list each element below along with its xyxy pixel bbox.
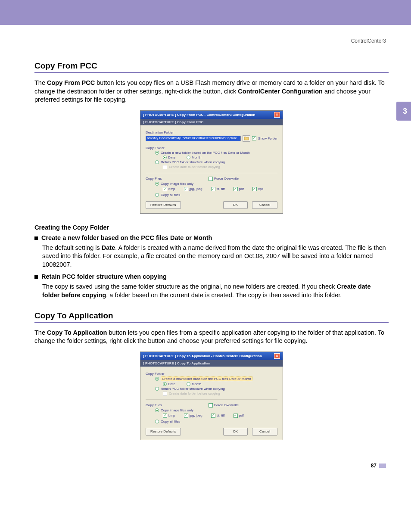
dialog-subtitle: [ PHOTOCAPTURE ] Copy From PCC bbox=[140, 119, 283, 125]
radio-date[interactable] bbox=[163, 382, 167, 386]
checkbox-tif[interactable] bbox=[211, 187, 215, 191]
bullet-2: Retain PCC folder structure when copying bbox=[34, 273, 389, 280]
dialog-title: [ PHOTOCAPTURE ] Copy From PCC - Control… bbox=[143, 113, 255, 117]
checkbox-create-date-label: Create date folder before copying bbox=[169, 392, 220, 395]
label-jpg: jpg, jpeg bbox=[190, 187, 202, 191]
page-number-value: 87 bbox=[371, 463, 377, 469]
label-tif: tif, tiff bbox=[217, 187, 225, 191]
radio-retain[interactable] bbox=[155, 387, 159, 391]
browse-folder-button[interactable] bbox=[243, 135, 250, 142]
checkbox-pdf[interactable] bbox=[234, 187, 238, 191]
force-overwrite-label: Force Overwrite bbox=[214, 177, 239, 180]
checkbox-tif[interactable] bbox=[211, 414, 215, 418]
radio-new-folder[interactable] bbox=[155, 377, 159, 381]
chapter-tab: 3 bbox=[396, 102, 411, 121]
bullet-2-text: Retain PCC folder structure when copying bbox=[41, 273, 167, 280]
radio-copy-image-only-label: Copy image files only bbox=[161, 408, 193, 412]
destination-folder-label: Destination Folder bbox=[146, 131, 277, 134]
checkbox-xps[interactable] bbox=[252, 187, 257, 191]
radio-copy-image-only-label: Copy image files only bbox=[161, 182, 193, 186]
show-folder-checkbox[interactable] bbox=[252, 136, 256, 140]
bold: Copy To Application bbox=[47, 329, 107, 336]
close-icon[interactable]: × bbox=[274, 112, 280, 118]
label-bmp: bmp bbox=[168, 414, 175, 417]
dialog-titlebar: [ PHOTOCAPTURE ] Copy To Application - C… bbox=[140, 352, 283, 360]
dialog-subtitle: [ PHOTOCAPTURE ] Copy To Application bbox=[140, 360, 283, 367]
checkbox-create-date bbox=[163, 165, 167, 169]
radio-copy-all[interactable] bbox=[155, 193, 159, 197]
copy-folder-label: Copy Folder bbox=[146, 372, 277, 376]
dialog-copy-from-pcc: [ PHOTOCAPTURE ] Copy From PCC - Control… bbox=[140, 110, 283, 214]
copy-files-label: Copy Files bbox=[146, 177, 162, 180]
copy-folder-label: Copy Folder bbox=[146, 146, 277, 150]
radio-retain-label: Retain PCC folder structure when copying bbox=[161, 160, 225, 164]
label-jpg: jpg, jpeg bbox=[190, 414, 202, 417]
top-bar bbox=[0, 0, 411, 25]
bullet-2-body: The copy is saved using the same folder … bbox=[42, 283, 389, 299]
section2-paragraph: The Copy To Application button lets you … bbox=[34, 329, 389, 345]
radio-retain[interactable] bbox=[155, 160, 159, 164]
radio-month-label: Month bbox=[192, 382, 201, 386]
radio-new-folder[interactable] bbox=[155, 151, 159, 155]
text: , a folder based on the current date is … bbox=[106, 292, 342, 299]
dialog-title: [ PHOTOCAPTURE ] Copy To Application - C… bbox=[143, 354, 262, 358]
label-xps: xps bbox=[258, 187, 263, 191]
text: The bbox=[34, 79, 47, 86]
bullet-1: Create a new folder based on the PCC fil… bbox=[34, 234, 389, 241]
checkbox-force-overwrite[interactable] bbox=[209, 177, 213, 181]
checkbox-force-overwrite[interactable] bbox=[209, 403, 213, 408]
checkbox-create-date bbox=[163, 392, 167, 396]
section-title-copy-from-pcc: Copy From PCC bbox=[34, 61, 389, 73]
radio-retain-label: Retain PCC folder structure when copying bbox=[161, 387, 225, 391]
text: The copy is saved using the same folder … bbox=[42, 283, 336, 290]
restore-defaults-button[interactable]: Restore Defaults bbox=[146, 201, 181, 209]
label-tif: tif, tiff bbox=[217, 414, 225, 417]
bold: ControlCenter Configuration bbox=[238, 88, 323, 95]
radio-month[interactable] bbox=[187, 382, 190, 386]
radio-date-label: Date bbox=[168, 156, 175, 159]
radio-month[interactable] bbox=[187, 156, 190, 159]
checkbox-jpg[interactable] bbox=[184, 187, 188, 191]
checkbox-jpg[interactable] bbox=[184, 414, 188, 418]
copy-files-label: Copy Files bbox=[146, 403, 162, 407]
section-title-copy-to-application: Copy To Application bbox=[34, 311, 389, 323]
ok-button[interactable]: OK bbox=[223, 201, 248, 209]
radio-copy-all-label: Copy all files bbox=[161, 193, 180, 197]
page-number-bar bbox=[379, 464, 386, 468]
radio-copy-all[interactable] bbox=[155, 420, 159, 423]
page-number: 87 bbox=[34, 463, 386, 469]
bullet-1-text: Create a new folder based on the PCC fil… bbox=[41, 234, 212, 241]
radio-date-label: Date bbox=[168, 382, 175, 386]
label-bmp: bmp bbox=[168, 187, 175, 191]
ok-button[interactable]: OK bbox=[223, 428, 248, 436]
square-bullet-icon bbox=[34, 236, 38, 240]
cancel-button[interactable]: Cancel bbox=[252, 201, 277, 209]
text: The default setting is bbox=[42, 244, 102, 251]
dialog-titlebar: [ PHOTOCAPTURE ] Copy From PCC - Control… bbox=[140, 111, 283, 119]
cancel-button[interactable]: Cancel bbox=[252, 428, 277, 436]
checkbox-bmp[interactable] bbox=[163, 187, 167, 191]
restore-defaults-button[interactable]: Restore Defaults bbox=[146, 428, 181, 436]
bold: Date bbox=[102, 244, 115, 251]
bold: Copy From PCC bbox=[47, 79, 95, 86]
checkbox-bmp[interactable] bbox=[163, 414, 167, 418]
radio-copy-image-only[interactable] bbox=[155, 182, 159, 186]
checkbox-create-date-label: Create date folder before copying bbox=[169, 165, 220, 169]
show-folder-label: Show Folder bbox=[258, 137, 277, 140]
header-label: ControlCenter3 bbox=[34, 38, 386, 44]
bullet-1-body: The default setting is Date. A folder is… bbox=[42, 244, 389, 269]
radio-date[interactable] bbox=[163, 156, 167, 159]
creating-copy-folder-heading: Creating the Copy Folder bbox=[34, 224, 389, 231]
force-overwrite-label: Force Overwrite bbox=[214, 403, 239, 407]
section1-paragraph: The Copy From PCC button lets you copy f… bbox=[34, 79, 389, 104]
radio-copy-all-label: Copy all files bbox=[161, 420, 180, 423]
text: The bbox=[34, 329, 47, 336]
close-icon[interactable]: × bbox=[274, 353, 280, 359]
square-bullet-icon bbox=[34, 275, 38, 279]
checkbox-pdf[interactable] bbox=[234, 414, 238, 418]
radio-new-folder-label: Create a new folder based on the PCC fil… bbox=[161, 151, 250, 155]
destination-path-input[interactable]: hale\My Documents\My Pictures\ControlCen… bbox=[146, 136, 241, 141]
radio-new-folder-label: Create a new folder based on the PCC fil… bbox=[161, 376, 252, 381]
label-pdf: pdf bbox=[239, 187, 244, 191]
radio-copy-image-only[interactable] bbox=[155, 408, 159, 412]
